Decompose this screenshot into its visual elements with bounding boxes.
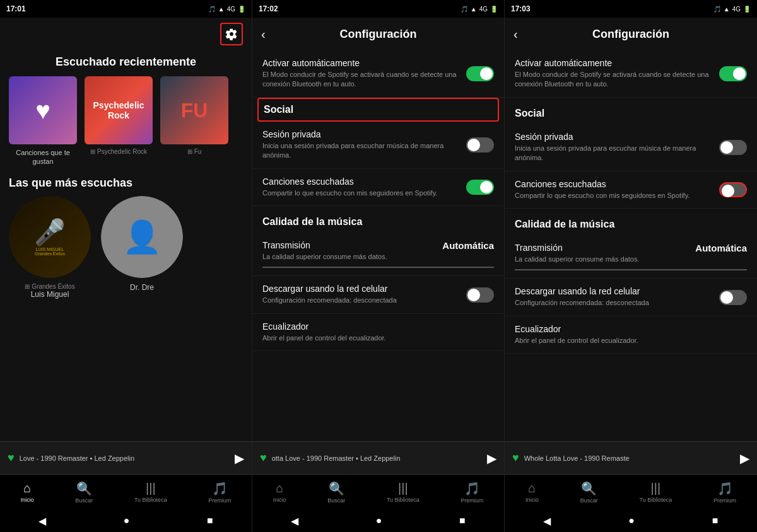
cellular-desc-2: Configuración recomendada: desconectada [262,296,466,305]
auto-activate-desc-2: El Modo conducir de Spotify se activará … [262,70,466,90]
gear-icon [225,28,238,40]
list-item[interactable]: 👤 Dr. Dre [101,196,183,299]
nav-home-1[interactable]: ⌂ Inicio [21,481,34,503]
signal-icon-3: ▲ [724,6,730,13]
signal-icon-1: ▲ [218,6,225,13]
nav-premium-label-2: Premium [461,497,483,504]
android-back-2[interactable]: ◀ [291,515,298,527]
library-icon-2: ||| [398,481,408,495]
private-session-toggle-3[interactable] [719,140,747,155]
play-button-3[interactable]: ▶ [740,451,749,466]
nav-premium-2[interactable]: 🎵 Premium [461,481,483,504]
playlist-dot-icon: ⊞ [90,148,95,155]
setting-transmission-2: Transmisión La calidad superior consume … [252,233,504,276]
nav-search-label-3: Buscar [580,497,598,504]
nav-home-3[interactable]: ⌂ Inicio [525,481,539,503]
android-nav-1: ◀ ● ■ [0,509,252,532]
android-recents-3[interactable]: ■ [712,515,719,526]
list-item[interactable]: 🎤 LUIS MIGUELGrandes Éxitos ⊞ Grandes Éx… [9,196,91,299]
liked-songs-label: Canciones que te gustan [9,148,77,166]
settings-gear-button[interactable] [220,23,243,45]
spotify-nav-icon-1: 🎵 [212,481,228,496]
quality-header-3: Calidad de la música [505,209,757,235]
back-button-2[interactable]: ‹ [261,27,266,42]
auto-activate-toggle-3[interactable] [719,66,747,81]
setting-text-eq-3: Ecualizador Abrir el panel de control de… [515,324,747,345]
social-header-2: Social [264,104,493,120]
now-playing-bar-2[interactable]: ♥ otta Love - 1990 Remaster • Led Zeppel… [252,441,504,474]
setting-text-3: Activar automáticamente El Modo conducir… [515,58,719,90]
heart-liked-icon-1[interactable]: ♥ [8,451,15,465]
library-icon-3: ||| [651,481,661,495]
android-home-1[interactable]: ● [124,515,130,526]
private-session-toggle-2[interactable] [466,137,494,153]
spotify-icon-1: 🎵 [208,6,216,13]
heart-liked-icon-2[interactable]: ♥ [260,451,267,465]
list-item[interactable]: FU ⊞ Fu [160,76,228,166]
settings-header-2: ‹ Configuración [252,18,504,50]
transmission-desc-3: La calidad superior consume más datos. [515,255,695,264]
cellular-toggle-2[interactable] [466,287,494,303]
android-back-1[interactable]: ◀ [38,515,46,527]
battery-icon-2: 🔋 [490,6,498,13]
android-home-2[interactable]: ● [376,515,382,526]
play-button-2[interactable]: ▶ [487,451,496,466]
transmission-slider-3[interactable] [515,269,747,270]
songs-heard-toggle-2[interactable] [466,180,494,195]
toggle-knob [480,181,493,194]
setting-transmission-3: Transmisión La calidad superior consume … [505,235,757,279]
status-time-1: 17:01 [6,4,26,13]
nav-library-2[interactable]: ||| Tu Biblioteca [387,481,420,503]
now-playing-bar-1[interactable]: ♥ Love - 1990 Remaster • Led Zeppelin ▶ [0,441,252,474]
nav-home-label-1: Inicio [21,497,34,503]
fu-thumb: FU [160,76,228,144]
nav-home-label-3: Inicio [525,497,539,503]
mic-icon: 🎤 [34,217,66,247]
list-item[interactable]: Psychedelic Rock ⊞ Psychedelic Rock [85,76,153,166]
android-recents-2[interactable]: ■ [459,515,466,526]
transmission-value-3: Automática [695,243,747,253]
heart-liked-icon-3[interactable]: ♥ [512,451,519,465]
luis-miguel-thumb: 🎤 LUIS MIGUELGrandes Éxitos [9,196,91,278]
setting-equalizer-2[interactable]: Ecualizador Abrir el panel de control de… [252,314,504,351]
cellular-desc-3: Configuración recomendada: desconectada [515,298,719,308]
android-home-3[interactable]: ● [628,515,635,526]
psychedelic-thumb: Psychedelic Rock [85,76,153,144]
cellular-label-2: Descargar usando la red celular [262,284,466,294]
back-button-3[interactable]: ‹ [513,27,518,42]
nav-search-3[interactable]: 🔍 Buscar [580,481,598,504]
setting-auto-activate-2: Activar automáticamente El Modo conducir… [252,50,504,98]
now-playing-bar-3[interactable]: ♥ Whole Lotta Love - 1990 Remaste ▶ [505,441,757,474]
home-icon-3: ⌂ [528,481,536,495]
play-button-1[interactable]: ▶ [235,451,244,466]
nav-home-label-2: Inicio [273,497,286,503]
status-bar-1: 17:01 🎵 ▲ 4G 🔋 [0,0,252,18]
setting-text-songs-3: Canciones escuchadas Compartir lo que es… [515,179,719,200]
transmission-label-2: Transmisión [262,240,442,250]
android-recents-1[interactable]: ■ [207,515,213,526]
settings-content-3: Activar automáticamente El Modo conducir… [505,50,757,441]
psychedelic-text: Psychedelic Rock [85,98,153,123]
settings-content-2: Activar automáticamente El Modo conducir… [252,50,504,441]
toggle-knob [467,139,480,151]
nav-library-1[interactable]: ||| Tu Biblioteca [134,481,167,503]
list-item[interactable]: ♥ Canciones que te gustan [9,76,77,166]
nav-home-2[interactable]: ⌂ Inicio [273,481,286,503]
artist-grid: 🎤 LUIS MIGUELGrandes Éxitos ⊞ Grandes Éx… [0,196,252,299]
transmission-slider-2[interactable] [262,267,494,268]
search-icon-1: 🔍 [76,481,92,496]
android-back-3[interactable]: ◀ [543,515,551,527]
songs-heard-toggle-3-highlighted[interactable] [719,182,747,197]
nav-premium-3[interactable]: 🎵 Premium [713,481,736,504]
setting-equalizer-3[interactable]: Ecualizador Abrir el panel de control de… [505,316,757,354]
nav-premium-1[interactable]: 🎵 Premium [208,481,231,504]
toggle-knob [480,67,493,80]
nav-search-1[interactable]: 🔍 Buscar [75,481,93,504]
nav-search-2[interactable]: 🔍 Buscar [327,481,345,504]
auto-activate-label-2: Activar automáticamente [262,58,466,68]
status-icons-3: 🎵 ▲ 4G 🔋 [713,6,751,13]
status-time-3: 17:03 [511,4,531,13]
nav-library-3[interactable]: ||| Tu Biblioteca [640,481,672,503]
auto-activate-toggle-2[interactable] [466,66,494,81]
cellular-toggle-3[interactable] [719,290,747,305]
